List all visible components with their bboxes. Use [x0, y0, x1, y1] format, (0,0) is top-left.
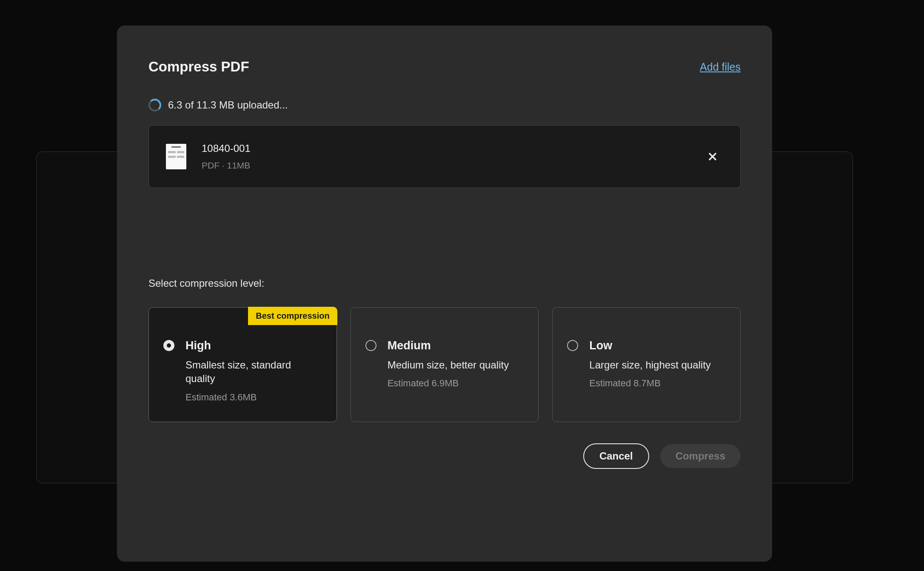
upload-spinner-icon [148, 99, 161, 111]
compression-option-low[interactable]: Low Larger size, highest quality Estimat… [552, 307, 741, 422]
radio-low[interactable] [567, 340, 578, 351]
file-thumbnail-icon [166, 144, 186, 169]
file-meta: PDF · 11MB [202, 160, 691, 171]
option-desc-medium: Medium size, better quality [388, 358, 509, 372]
cancel-button[interactable]: Cancel [583, 443, 649, 469]
option-title-medium: Medium [388, 339, 509, 352]
compress-pdf-dialog: Compress PDF Add files 6.3 of 11.3 MB up… [117, 26, 772, 562]
best-compression-badge: Best compression [248, 307, 337, 325]
upload-status-text: 6.3 of 11.3 MB uploaded... [168, 99, 288, 111]
upload-status: 6.3 of 11.3 MB uploaded... [148, 99, 741, 111]
close-icon [707, 151, 718, 162]
file-card: 10840-001 PDF · 11MB [148, 125, 741, 188]
compression-options: Best compression High Smallest size, sta… [148, 307, 741, 422]
remove-file-button[interactable] [706, 150, 719, 163]
option-estimate-high: Estimated 3.6MB [185, 392, 322, 403]
compression-option-high[interactable]: Best compression High Smallest size, sta… [148, 307, 337, 422]
option-estimate-medium: Estimated 6.9MB [388, 378, 509, 389]
dialog-header: Compress PDF Add files [148, 59, 741, 75]
file-info: 10840-001 PDF · 11MB [202, 143, 691, 171]
compress-button[interactable]: Compress [660, 444, 741, 468]
option-estimate-low: Estimated 8.7MB [589, 378, 711, 389]
radio-medium[interactable] [365, 340, 376, 351]
dialog-actions: Cancel Compress [148, 443, 741, 469]
option-title-high: High [185, 339, 322, 352]
file-name: 10840-001 [202, 143, 691, 154]
dialog-title: Compress PDF [148, 59, 249, 75]
option-title-low: Low [589, 339, 711, 352]
compression-section-label: Select compression level: [148, 277, 741, 289]
radio-high[interactable] [163, 340, 174, 351]
option-desc-high: Smallest size, standard quality [185, 358, 322, 386]
option-desc-low: Larger size, highest quality [589, 358, 711, 372]
compression-option-medium[interactable]: Medium Medium size, better quality Estim… [351, 307, 539, 422]
add-files-link[interactable]: Add files [700, 61, 741, 73]
